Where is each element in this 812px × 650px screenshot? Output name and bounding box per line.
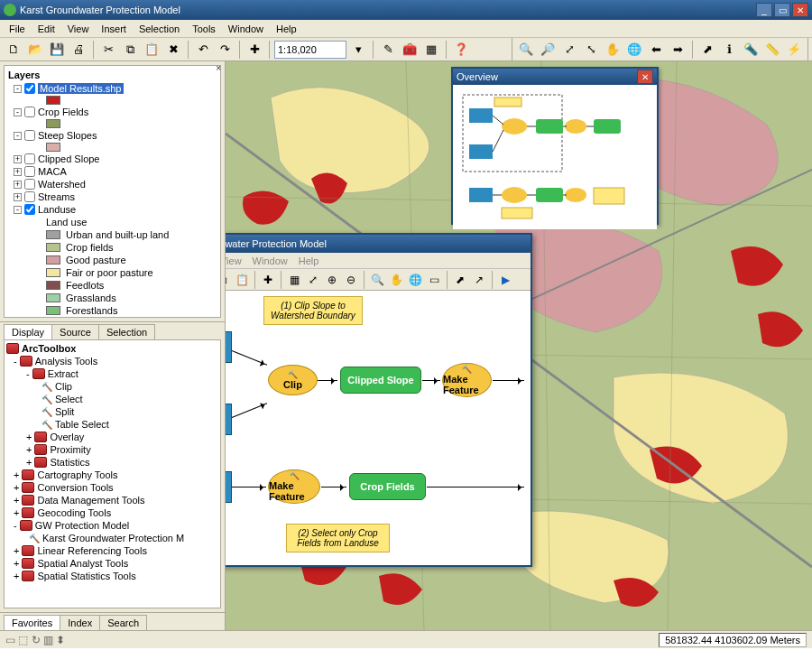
fixed-zoom-out-icon[interactable]: ⤡ (581, 40, 601, 60)
element-watershed[interactable]: Watershed (226, 331, 232, 363)
overview-window[interactable]: Overview ✕ (451, 67, 659, 225)
mb-menu-help[interactable]: Help (294, 255, 324, 267)
toolbox-item[interactable]: +Statistics (6, 456, 218, 469)
output-crop-fields[interactable]: Crop Fields (349, 473, 426, 500)
mb-run-icon[interactable]: ▶ (496, 271, 514, 289)
expander-icon[interactable]: - (14, 132, 22, 140)
tool-item[interactable]: Karst Groundwater Protection M (6, 532, 218, 544)
element-slope[interactable]: Slope (226, 404, 232, 435)
toolbox-item[interactable]: +Conversion Tools (6, 481, 218, 494)
toolbox-item[interactable]: +Spatial Statistics Tools (6, 570, 218, 582)
menu-window[interactable]: Window (223, 22, 269, 36)
paste-icon[interactable]: 📋 (142, 40, 161, 60)
editor-icon[interactable]: ✎ (378, 40, 398, 60)
measure-icon[interactable]: 📏 (762, 40, 782, 60)
tab-display[interactable]: Display (4, 324, 52, 339)
toolbox-item[interactable]: +Geocoding Tools (6, 506, 218, 519)
layer-item[interactable]: +MACA (6, 165, 218, 178)
layer-item[interactable]: -Landuse (6, 203, 218, 216)
tool-make-feature-2[interactable]: 🔨Make Feature (268, 469, 320, 504)
whats-this-icon[interactable]: ❓ (451, 40, 471, 60)
layer-checkbox[interactable] (24, 153, 35, 164)
tab-search[interactable]: Search (99, 615, 147, 630)
pan-icon[interactable]: ✋ (603, 40, 623, 60)
toolbox-item[interactable]: +Overlay (6, 431, 218, 443)
mb-pan-icon[interactable]: ✋ (387, 271, 405, 289)
layer-checkbox[interactable] (24, 179, 35, 190)
scale-dropdown-icon[interactable]: ▾ (348, 40, 368, 60)
identify-icon[interactable]: ℹ (719, 40, 739, 60)
tool-make-feature-1[interactable]: 🔨Make Feature (442, 363, 492, 397)
menu-selection[interactable]: Selection (134, 22, 185, 36)
tab-source[interactable]: Source (51, 324, 99, 339)
expander-icon[interactable]: - (14, 356, 17, 367)
mb-full-extent-icon[interactable]: ⤢ (304, 271, 322, 289)
tool-item[interactable]: Table Select (6, 418, 218, 431)
layer-item[interactable]: -Model Results.shp (6, 82, 218, 95)
menu-view[interactable]: View (62, 22, 95, 36)
mb-add-data-icon[interactable]: ✚ (259, 271, 277, 289)
expander-icon[interactable]: - (14, 520, 17, 531)
modelbuilder-canvas[interactable]: (1) Clip Slope to Watershed Boundary Wat… (226, 291, 531, 565)
mb-fixed-zoom-in-icon[interactable]: ⊕ (323, 271, 341, 289)
expander-icon[interactable]: + (14, 482, 19, 493)
mb-zoom-in-icon[interactable]: 🔍 (368, 271, 386, 289)
layer-checkbox[interactable] (24, 83, 35, 94)
toolbox-item[interactable]: +Spatial Analyst Tools (6, 557, 218, 570)
menu-edit[interactable]: Edit (32, 22, 60, 36)
tool-item[interactable]: Split (6, 405, 218, 418)
expander-icon[interactable]: - (26, 368, 30, 379)
layer-item[interactable]: +Streams (6, 190, 218, 203)
layer-checkbox[interactable] (24, 204, 35, 215)
menu-tools[interactable]: Tools (187, 22, 221, 36)
minimize-button[interactable]: _ (756, 3, 772, 17)
mb-full-icon[interactable]: 🌐 (406, 271, 424, 289)
mb-auto-layout-icon[interactable]: ▦ (285, 271, 303, 289)
toolbox-item[interactable]: -Analysis Tools (6, 355, 218, 367)
toolbox-item[interactable]: +Linear Referencing Tools (6, 544, 218, 557)
scale-input[interactable] (274, 41, 346, 59)
menu-insert[interactable]: Insert (96, 22, 132, 36)
map-view[interactable]: Overview ✕ (226, 61, 812, 630)
next-extent-icon[interactable]: ➡ (668, 40, 687, 60)
expander-icon[interactable]: + (26, 432, 32, 442)
expander-icon[interactable]: - (14, 206, 22, 214)
expander-icon[interactable]: + (14, 469, 19, 480)
toolbox-item[interactable]: +Proximity (6, 443, 218, 456)
select-icon[interactable]: ⬈ (697, 40, 717, 60)
tool-item[interactable]: Select (6, 393, 218, 405)
overview-close-icon[interactable]: ✕ (637, 70, 653, 84)
command-icon[interactable]: ▦ (421, 40, 441, 60)
add-data-icon[interactable]: ✚ (245, 40, 264, 60)
undo-icon[interactable]: ↶ (193, 40, 213, 60)
toolbox-item[interactable]: +Cartography Tools (6, 469, 218, 481)
layer-checkbox[interactable] (24, 191, 35, 202)
mb-connect-icon[interactable]: ↗ (470, 271, 488, 289)
expander-icon[interactable]: + (14, 558, 19, 569)
expander-icon[interactable]: - (14, 108, 22, 116)
expander-icon[interactable]: + (26, 444, 32, 455)
layer-item[interactable]: +Watershed (6, 178, 218, 190)
expander-icon[interactable]: - (14, 85, 22, 93)
layer-checkbox[interactable] (24, 166, 35, 177)
modelbuilder-window[interactable]: Karst Groundwater Protection Model Model… (226, 233, 532, 567)
expander-icon[interactable]: + (26, 457, 32, 468)
zoom-out-icon[interactable]: 🔎 (538, 40, 558, 60)
zoom-in-icon[interactable]: 🔍 (516, 40, 536, 60)
toolbox-icon[interactable]: 🧰 (400, 40, 420, 60)
tab-selection[interactable]: Selection (98, 324, 155, 339)
layer-item[interactable]: -Crop Fields (6, 106, 218, 118)
print-icon[interactable]: 🖨 (69, 40, 88, 60)
copy-icon[interactable]: ⧉ (120, 40, 140, 60)
expander-icon[interactable]: + (14, 495, 19, 506)
layer-item[interactable]: -Steep Slopes (6, 129, 218, 142)
menu-file[interactable]: File (4, 22, 31, 36)
hyperlink-icon[interactable]: ⚡ (784, 40, 804, 60)
mb-copy-icon[interactable]: ⧉ (226, 271, 232, 289)
mb-menu-window[interactable]: Window (248, 255, 292, 267)
element-landuse[interactable]: Landuse (226, 471, 232, 503)
toc-close-icon[interactable]: × (216, 63, 221, 73)
menu-help[interactable]: Help (271, 22, 302, 36)
cut-icon[interactable]: ✂ (98, 40, 118, 60)
mb-overview-icon[interactable]: ▭ (425, 271, 443, 289)
